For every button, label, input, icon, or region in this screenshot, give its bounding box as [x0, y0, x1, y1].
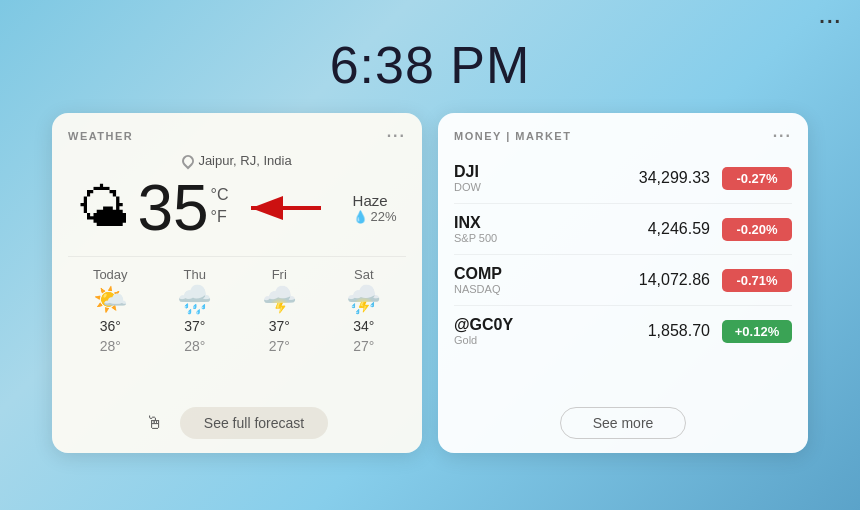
- weather-card-header: WEATHER ···: [68, 127, 406, 145]
- forecast-row: Today 🌤️ 36° 28° Thu 🌧️ 37° 28° Fri 🌩️ 3…: [68, 256, 406, 354]
- market-exchange: S&P 500: [454, 232, 544, 244]
- forecast-temp-low: 27°: [269, 338, 290, 354]
- market-footer: See more: [454, 395, 792, 439]
- market-item: INX S&P 500 4,246.59 -0.20%: [454, 204, 792, 255]
- market-item: COMP NASDAQ 14,072.86 -0.71%: [454, 255, 792, 306]
- location-text: Jaipur, RJ, India: [198, 153, 291, 168]
- market-change-badge: -0.27%: [722, 167, 792, 190]
- market-name-col: INX S&P 500: [454, 214, 544, 244]
- forecast-day-label: Sat: [354, 267, 374, 282]
- market-card-label: MONEY | MARKET: [454, 130, 571, 142]
- market-items: DJI DOW 34,299.33 -0.27% INX S&P 500 4,2…: [454, 153, 792, 395]
- weather-card-label: WEATHER: [68, 130, 133, 142]
- market-ticker: @GC0Y: [454, 316, 544, 334]
- unit-fahrenheit: °F: [211, 206, 229, 228]
- weather-footer: 🖱 See full forecast: [68, 395, 406, 439]
- forecast-day-label: Thu: [184, 267, 206, 282]
- market-price: 34,299.33: [544, 169, 722, 187]
- forecast-day: Fri 🌩️ 37° 27°: [262, 267, 297, 354]
- temp-units: °C °F: [211, 184, 229, 229]
- forecast-day: Thu 🌧️ 37° 28°: [177, 267, 212, 354]
- red-arrow-icon: [241, 193, 331, 223]
- market-price: 14,072.86: [544, 271, 722, 289]
- market-card: MONEY | MARKET ··· DJI DOW 34,299.33 -0.…: [438, 113, 808, 453]
- forecast-weather-icon: 🌧️: [177, 286, 212, 314]
- location-icon: [180, 152, 197, 169]
- humidity-value: 22%: [371, 209, 397, 224]
- forecast-temp-low: 28°: [100, 338, 121, 354]
- market-price: 4,246.59: [544, 220, 722, 238]
- topbar-menu-dots[interactable]: ···: [819, 10, 842, 33]
- clock-display: 6:38 PM: [330, 35, 531, 95]
- see-full-forecast-button[interactable]: See full forecast: [180, 407, 328, 439]
- humidity-row: 💧 22%: [353, 209, 397, 224]
- temperature-value: 35: [137, 176, 208, 240]
- market-name-col: COMP NASDAQ: [454, 265, 544, 295]
- forecast-day: Sat ⛈️ 34° 27°: [346, 267, 381, 354]
- widgets-row: WEATHER ··· Jaipur, RJ, India 🌤 35 °C °F: [0, 113, 860, 453]
- weather-card: WEATHER ··· Jaipur, RJ, India 🌤 35 °C °F: [52, 113, 422, 453]
- forecast-day-label: Today: [93, 267, 128, 282]
- forecast-weather-icon: ⛈️: [346, 286, 381, 314]
- temp-display: 35 °C °F: [137, 176, 228, 240]
- market-ticker: COMP: [454, 265, 544, 283]
- unit-celsius: °C: [211, 184, 229, 206]
- drop-icon: 💧: [353, 210, 368, 224]
- market-name-col: DJI DOW: [454, 163, 544, 193]
- market-exchange: NASDAQ: [454, 283, 544, 295]
- weather-card-menu[interactable]: ···: [387, 127, 406, 145]
- sun-icon: 🌤: [77, 182, 129, 234]
- see-more-button[interactable]: See more: [560, 407, 687, 439]
- forecast-temp-low: 28°: [184, 338, 205, 354]
- forecast-day: Today 🌤️ 36° 28°: [93, 267, 128, 354]
- forecast-temp-high: 36°: [100, 318, 121, 334]
- forecast-temp-low: 27°: [353, 338, 374, 354]
- market-change-badge: +0.12%: [722, 320, 792, 343]
- market-item: @GC0Y Gold 1,858.70 +0.12%: [454, 306, 792, 356]
- market-exchange: Gold: [454, 334, 544, 346]
- market-ticker: INX: [454, 214, 544, 232]
- haze-info: Haze 💧 22%: [353, 192, 397, 224]
- market-ticker: DJI: [454, 163, 544, 181]
- condition-text: Haze: [353, 192, 388, 209]
- weather-main: 🌤 35 °C °F Haze 💧: [68, 176, 406, 240]
- location-row: Jaipur, RJ, India: [68, 153, 406, 168]
- market-card-menu[interactable]: ···: [773, 127, 792, 145]
- market-change-badge: -0.71%: [722, 269, 792, 292]
- forecast-weather-icon: 🌩️: [262, 286, 297, 314]
- forecast-day-label: Fri: [272, 267, 287, 282]
- market-price: 1,858.70: [544, 322, 722, 340]
- forecast-temp-high: 37°: [269, 318, 290, 334]
- market-name-col: @GC0Y Gold: [454, 316, 544, 346]
- market-card-header: MONEY | MARKET ···: [454, 127, 792, 145]
- cursor-icon: 🖱: [146, 413, 164, 434]
- forecast-temp-high: 37°: [184, 318, 205, 334]
- market-change-badge: -0.20%: [722, 218, 792, 241]
- market-item: DJI DOW 34,299.33 -0.27%: [454, 153, 792, 204]
- market-exchange: DOW: [454, 181, 544, 193]
- forecast-temp-high: 34°: [353, 318, 374, 334]
- forecast-weather-icon: 🌤️: [93, 286, 128, 314]
